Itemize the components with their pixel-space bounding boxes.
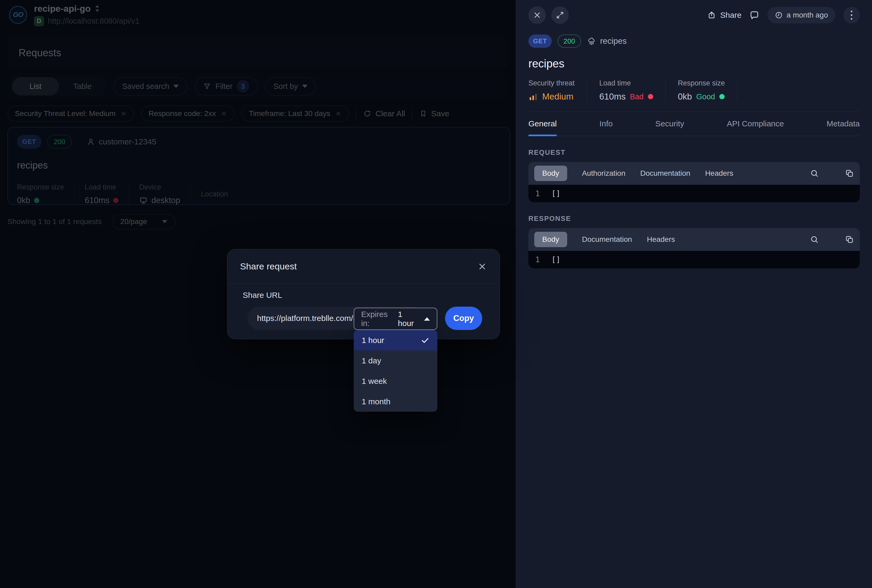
tab-general[interactable]: General <box>528 111 557 136</box>
response-section-label: RESPONSE <box>528 214 860 223</box>
stat-tag: Bad <box>630 92 644 101</box>
comment-icon[interactable] <box>749 10 759 20</box>
stat-label: Load time <box>599 79 653 87</box>
modal-header: Share request <box>227 249 500 284</box>
search-icon[interactable] <box>810 235 819 244</box>
code-content: [] <box>551 255 561 264</box>
stat-load-time: Load time 610ms Bad <box>599 79 666 102</box>
share-url-row: Expires in: 1 hour Copy 1 hour 1 day <box>243 306 487 330</box>
stat-tag: Good <box>696 92 715 101</box>
kebab-icon <box>851 10 852 12</box>
line-number: 1 <box>535 189 540 198</box>
copy-icon[interactable] <box>845 169 854 178</box>
expires-option-1-hour[interactable]: 1 hour <box>354 330 437 350</box>
request-body-card: Body Authorization Documentation Headers… <box>528 162 860 202</box>
tab-request-documentation[interactable]: Documentation <box>640 169 690 178</box>
timestamp-label: a month ago <box>786 11 828 20</box>
option-label: 1 hour <box>362 336 384 345</box>
stat-label: Response size <box>678 79 725 87</box>
expires-dropdown-menu: 1 hour 1 day 1 week 1 month <box>354 330 437 412</box>
code-content: [] <box>551 189 561 198</box>
panel-topbar: Share a month ago <box>528 0 860 24</box>
copy-button[interactable]: Copy <box>445 307 482 330</box>
stat-security-threat: Security threat Medium <box>528 79 587 102</box>
stat-response-size: Response size 0kb Good <box>678 79 737 102</box>
timestamp-badge: a month ago <box>767 7 835 23</box>
expires-option-1-month[interactable]: 1 month <box>354 391 437 412</box>
share-label: Share <box>720 10 741 20</box>
share-button[interactable]: Share <box>707 10 741 20</box>
close-panel-button[interactable] <box>528 6 546 24</box>
tab-response-documentation[interactable]: Documentation <box>582 235 632 244</box>
tab-info[interactable]: Info <box>599 111 612 136</box>
endpoint-ref[interactable]: recipes <box>587 36 627 46</box>
close-icon <box>533 10 542 20</box>
stat-label: Security threat <box>528 79 575 87</box>
more-options-button[interactable] <box>843 7 860 23</box>
line-number: 1 <box>535 255 540 264</box>
bad-indicator-dot <box>648 94 653 99</box>
copy-icon[interactable] <box>845 235 854 244</box>
expires-value: 1 hour <box>398 310 418 328</box>
search-icon[interactable] <box>810 169 819 178</box>
request-body-code: 1 [] <box>528 185 860 202</box>
tab-api-compliance[interactable]: API Compliance <box>727 111 784 136</box>
request-section-label: REQUEST <box>528 148 860 157</box>
modal-title: Share request <box>240 261 297 272</box>
expires-option-1-day[interactable]: 1 day <box>354 350 437 371</box>
stat-value: 0kb <box>678 92 692 102</box>
expires-option-1-week[interactable]: 1 week <box>354 371 437 391</box>
clock-icon <box>775 11 783 19</box>
endpoint-cloud-icon <box>587 36 596 46</box>
tab-request-body[interactable]: Body <box>534 166 567 181</box>
check-icon <box>421 336 429 345</box>
response-body-card: Body Documentation Headers 1 [] <box>528 228 860 268</box>
chevron-up-icon <box>424 317 430 321</box>
panel-stats-row: Security threat Medium Load time 610ms B… <box>528 79 860 102</box>
tab-response-headers[interactable]: Headers <box>647 235 675 244</box>
status-badge: 200 <box>558 34 581 48</box>
tab-request-headers[interactable]: Headers <box>705 169 733 178</box>
option-label: 1 week <box>362 377 387 386</box>
expand-icon <box>556 11 564 20</box>
endpoint-label: recipes <box>600 36 627 46</box>
share-request-modal: Share request Share URL Expires in: 1 ho… <box>227 249 500 339</box>
modal-body: Share URL Expires in: 1 hour Copy 1 hour <box>227 284 500 330</box>
tab-metadata[interactable]: Metadata <box>827 111 860 136</box>
requests-page: GO recipe-api-go D http://localhost:8080… <box>0 0 516 588</box>
close-icon[interactable] <box>477 262 487 271</box>
detail-tabs: General Info Security API Compliance Met… <box>528 111 860 136</box>
share-url-label: Share URL <box>243 291 487 300</box>
expires-label: Expires in: <box>361 310 394 328</box>
request-body-tabs: Body Authorization Documentation Headers <box>528 162 860 185</box>
response-body-code: 1 [] <box>528 251 860 268</box>
option-label: 1 day <box>362 356 381 365</box>
panel-badges-row: GET 200 recipes <box>528 34 860 48</box>
expires-select[interactable]: Expires in: 1 hour <box>354 308 437 330</box>
stat-value: Medium <box>542 92 573 102</box>
stat-value: 610ms <box>599 92 626 102</box>
method-badge: GET <box>528 34 552 48</box>
response-body-tabs: Body Documentation Headers <box>528 228 860 251</box>
tab-security[interactable]: Security <box>655 111 684 136</box>
threat-level-icon <box>528 92 538 101</box>
share-icon <box>707 11 716 20</box>
good-indicator-dot <box>719 94 725 99</box>
option-label: 1 month <box>362 397 390 406</box>
request-detail-panel: Share a month ago GET 200 <box>516 0 872 588</box>
request-title: recipes <box>528 57 860 70</box>
tab-response-body[interactable]: Body <box>534 232 567 247</box>
tab-request-authorization[interactable]: Authorization <box>582 169 625 178</box>
expand-panel-button[interactable] <box>551 6 569 24</box>
